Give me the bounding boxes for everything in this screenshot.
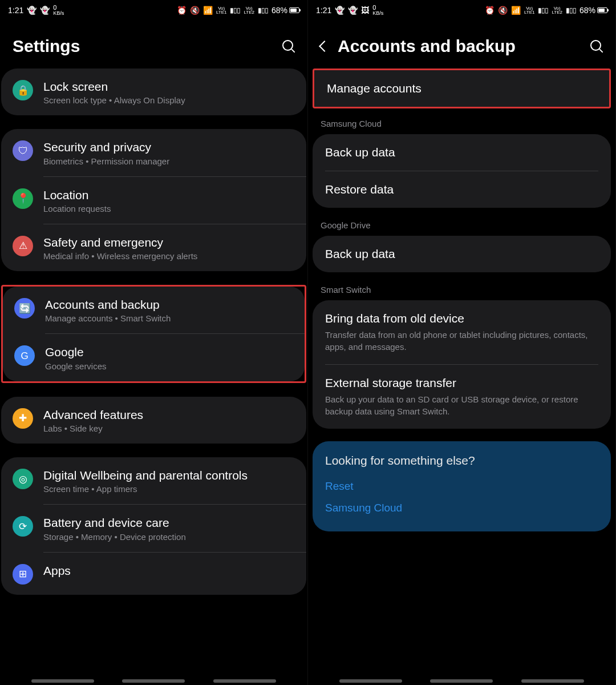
item-subtitle: Screen lock type • Always On Display [43, 95, 295, 105]
settings-item-digital-wellbeing[interactable]: ◎Digital Wellbeing and parental controls… [1, 457, 306, 504]
item-title: Battery and device care [43, 515, 295, 530]
item-subtitle: Google services [45, 361, 293, 371]
snapchat-icon: 👻 [27, 6, 37, 15]
signal1-icon: ▮▯▯ [230, 6, 240, 14]
battery-indicator: 68% [271, 6, 299, 15]
recents-button[interactable] [339, 679, 402, 683]
G-icon: G [14, 345, 35, 366]
item-title: Security and privacy [43, 139, 295, 155]
back-icon[interactable] [319, 41, 330, 52]
suggestion-link-reset[interactable]: Reset [325, 476, 598, 497]
sim2-icon: Vo)LTE2 [552, 6, 562, 14]
care-icon: ⟳ [13, 516, 33, 537]
alarm-icon: ⏰ [177, 6, 187, 15]
row-subtitle: Transfer data from an old phone or table… [325, 329, 598, 353]
settings-item-safety-emergency[interactable]: ⚠Safety and emergencyMedical info • Wire… [1, 224, 306, 271]
row-title: Back up data [325, 146, 598, 159]
recents-button[interactable] [31, 679, 94, 683]
row-manage-accounts[interactable]: Manage accounts [314, 70, 609, 107]
back-button[interactable] [521, 679, 584, 683]
nav-bar[interactable] [308, 679, 615, 683]
mute-icon: 🔇 [498, 6, 508, 15]
item-subtitle: Manage accounts • Smart Switch [45, 313, 293, 323]
battery-indicator: 68% [579, 6, 607, 15]
status-time: 1:21 [8, 6, 23, 15]
row-restore-data[interactable]: Restore data [313, 171, 611, 208]
wifi-icon: 📶 [203, 6, 213, 15]
sim1-icon: Vo)LTE1 [216, 6, 227, 14]
settings-item-location[interactable]: 📍LocationLocation requests [1, 177, 306, 224]
item-subtitle: Biometrics • Permission manager [43, 156, 295, 166]
settings-item-security-privacy[interactable]: 🛡Security and privacyBiometrics • Permis… [1, 129, 306, 176]
list-group: Bring data from old deviceTransfer data … [313, 300, 611, 429]
settings-group: 🔄Accounts and backupManage accounts • Sm… [3, 287, 305, 381]
item-title: Safety and emergency [43, 235, 295, 250]
signal1-icon: ▮▯▯ [538, 6, 548, 14]
item-subtitle: Storage • Memory • Device protection [43, 532, 295, 542]
row-title: Restore data [325, 183, 598, 196]
row-external-storage[interactable]: External storage transferBack up your da… [313, 365, 611, 429]
settings-group: 🛡Security and privacyBiometrics • Permis… [1, 129, 306, 271]
settings-group: ✚Advanced featuresLabs • Side key [1, 397, 306, 444]
row-backup-data-samsung[interactable]: Back up data [313, 134, 611, 171]
item-title: Accounts and backup [45, 297, 293, 312]
settings-list: 🔒Lock screenScreen lock type • Always On… [0, 68, 307, 595]
settings-group: ◎Digital Wellbeing and parental controls… [1, 457, 306, 595]
sim1-icon: Vo)LTE1 [524, 6, 535, 14]
gallery-icon: 🖼 [361, 6, 369, 15]
back-button[interactable] [213, 679, 276, 683]
heart-icon: ◎ [13, 469, 33, 489]
pin-icon: 📍 [13, 188, 33, 209]
home-button[interactable] [122, 679, 185, 683]
lock-icon: 🔒 [13, 80, 33, 100]
sim2-icon: Vo)LTE2 [244, 6, 254, 14]
item-title: Apps [43, 563, 295, 578]
row-bring-data[interactable]: Bring data from old deviceTransfer data … [313, 300, 611, 364]
item-subtitle: Location requests [43, 204, 295, 213]
list-group: Back up data [313, 236, 611, 272]
settings-group: 🔒Lock screenScreen lock type • Always On… [1, 68, 306, 115]
shield-icon: 🛡 [13, 140, 33, 161]
search-icon[interactable] [590, 40, 603, 53]
signal2-icon: ▮▯▯ [566, 6, 576, 14]
section-label: Samsung Cloud [308, 119, 615, 134]
row-title: External storage transfer [325, 376, 598, 390]
item-title: Location [43, 187, 295, 203]
settings-item-apps[interactable]: ⊞Apps [1, 553, 306, 595]
settings-item-advanced-features[interactable]: ✚Advanced featuresLabs • Side key [1, 397, 306, 444]
list-group: Back up dataRestore data [313, 134, 611, 208]
settings-header: Settings [0, 21, 307, 68]
status-time: 1:21 [316, 6, 331, 15]
row-title: Manage accounts [327, 82, 597, 95]
settings-item-battery-care[interactable]: ⟳Battery and device careStorage • Memory… [1, 505, 306, 551]
status-bar: 1:21 👻 👻 🖼 0KB/s ⏰ 🔇 📶 Vo)LTE1 ▮▯▯ Vo)LT… [308, 0, 615, 21]
nav-bar[interactable] [0, 679, 307, 683]
plus-icon: ✚ [13, 408, 33, 429]
settings-item-lock-screen[interactable]: 🔒Lock screenScreen lock type • Always On… [1, 68, 306, 115]
suggestion-title: Looking for something else? [325, 454, 598, 468]
section-label: Google Drive [308, 220, 615, 236]
search-icon[interactable] [282, 40, 295, 53]
snapchat-icon-2: 👻 [348, 6, 358, 15]
highlight-box: 🔄Accounts and backupManage accounts • Sm… [1, 285, 306, 383]
suggestion-link-samsung-cloud[interactable]: Samsung Cloud [325, 497, 598, 519]
settings-item-google[interactable]: GGoogleGoogle services [3, 334, 305, 381]
row-subtitle: Back up your data to an SD card or USB s… [325, 393, 598, 417]
settings-item-accounts-backup[interactable]: 🔄Accounts and backupManage accounts • Sm… [3, 287, 305, 333]
snapchat-icon: 👻 [335, 6, 345, 15]
item-title: Digital Wellbeing and parental controls [43, 468, 295, 483]
home-button[interactable] [430, 679, 493, 683]
page-title: Settings [13, 37, 80, 56]
item-subtitle: Medical info • Wireless emergency alerts [43, 251, 295, 261]
network-speed: 0KB/s [53, 5, 64, 16]
row-backup-data-google[interactable]: Back up data [313, 236, 611, 272]
mute-icon: 🔇 [190, 6, 200, 15]
status-bar: 1:21 👻 👻 0KB/s ⏰ 🔇 📶 Vo)LTE1 ▮▯▯ Vo)LTE2… [0, 0, 307, 21]
item-subtitle: Labs • Side key [43, 424, 295, 433]
accounts-header: Accounts and backup [308, 21, 615, 68]
settings-screen: 1:21 👻 👻 0KB/s ⏰ 🔇 📶 Vo)LTE1 ▮▯▯ Vo)LTE2… [0, 0, 308, 685]
alarm-icon: ⏰ [485, 6, 495, 15]
sync-icon: 🔄 [14, 298, 35, 319]
signal2-icon: ▮▯▯ [258, 6, 268, 14]
grid-icon: ⊞ [13, 564, 33, 585]
